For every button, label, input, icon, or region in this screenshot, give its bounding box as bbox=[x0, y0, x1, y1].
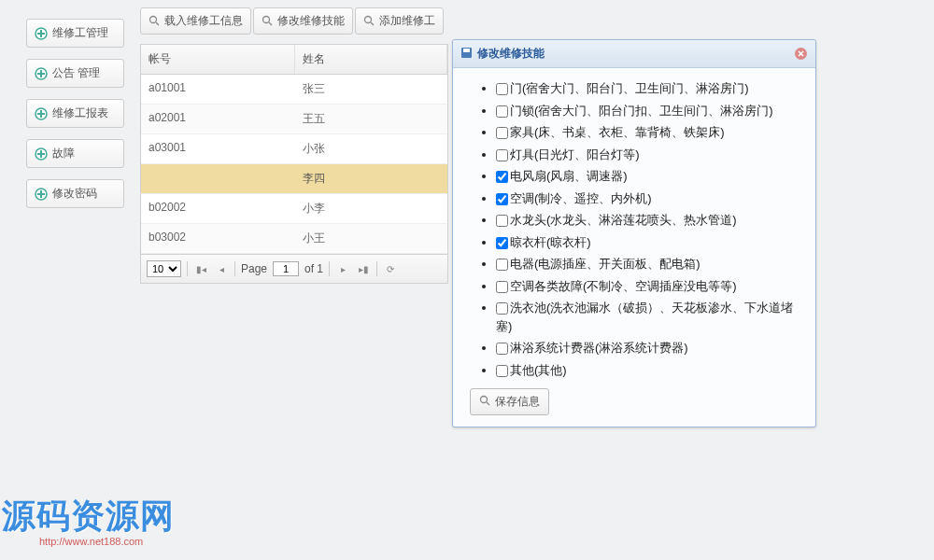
skill-item: 其他(其他) bbox=[496, 361, 799, 380]
plus-icon bbox=[35, 147, 48, 161]
svg-point-11 bbox=[481, 396, 488, 402]
skill-label: 空调(制冷、遥控、内外机) bbox=[510, 191, 652, 205]
skill-item: 门锁(宿舍大门、阳台门扣、卫生间门、淋浴房门) bbox=[496, 102, 799, 120]
sidebar-item-worker-mgmt[interactable]: 维修工管理 bbox=[26, 19, 124, 48]
first-page-button[interactable]: ▮◂ bbox=[193, 261, 208, 276]
sidebar-item-notice-mgmt[interactable]: 公告 管理 bbox=[26, 59, 124, 88]
skill-label: 晾衣杆(晾衣杆) bbox=[510, 235, 591, 249]
skill-label: 电器(电源插座、开关面板、配电箱) bbox=[510, 257, 700, 271]
plus-icon bbox=[35, 107, 48, 120]
skill-item: 晾衣杆(晾衣杆) bbox=[496, 233, 799, 252]
svg-point-5 bbox=[150, 17, 157, 23]
skill-item: 空调(制冷、遥控、内外机) bbox=[496, 189, 799, 208]
watermark: 源码资源网 http://www.net188.com bbox=[2, 494, 175, 547]
dialog-body: 门(宿舍大门、阳台门、卫生间门、淋浴房门)门锁(宿舍大门、阳台门扣、卫生间门、淋… bbox=[453, 68, 815, 427]
dialog-header: 修改维修技能 bbox=[453, 40, 815, 68]
skill-label: 淋浴系统计费器(淋浴系统计费器) bbox=[510, 341, 688, 355]
watermark-text: 源码资源网 bbox=[2, 494, 175, 539]
page-size-select[interactable]: 10 bbox=[147, 260, 181, 277]
cell-name: 小张 bbox=[295, 134, 447, 163]
sidebar-item-label: 维修工管理 bbox=[52, 25, 108, 41]
dialog-title: 修改维修技能 bbox=[477, 46, 545, 62]
skill-checkbox[interactable] bbox=[496, 281, 508, 293]
svg-rect-9 bbox=[463, 49, 470, 52]
svg-point-6 bbox=[263, 17, 270, 23]
svg-point-7 bbox=[365, 17, 372, 23]
cell-name: 王五 bbox=[295, 105, 447, 133]
skill-item: 电风扇(风扇、调速器) bbox=[496, 167, 799, 186]
skill-label: 水龙头(水龙头、淋浴莲花喷头、热水管道) bbox=[510, 213, 737, 227]
close-button[interactable] bbox=[794, 47, 808, 61]
search-icon bbox=[363, 15, 375, 27]
cell-account bbox=[141, 164, 295, 193]
sidebar-item-change-password[interactable]: 修改密码 bbox=[26, 179, 124, 208]
skill-item: 灯具(日光灯、阳台灯等) bbox=[496, 146, 799, 164]
save-icon bbox=[460, 47, 473, 62]
table-row[interactable]: a01001张三 bbox=[141, 75, 447, 105]
column-name[interactable]: 姓名 bbox=[295, 45, 447, 74]
skill-label: 家具(床、书桌、衣柜、靠背椅、铁架床) bbox=[510, 125, 725, 139]
save-button[interactable]: 保存信息 bbox=[470, 388, 549, 415]
page-input[interactable] bbox=[273, 261, 299, 276]
main-panel: 载入维修工信息 修改维修技能 添加维修工 帐号 姓名 a01001张三a0200… bbox=[140, 7, 448, 284]
table-row[interactable]: 李四 bbox=[141, 164, 447, 194]
pager: 10 ▮◂ ◂ Page of 1 ▸ ▸▮ ⟳ bbox=[141, 254, 447, 283]
tab-load-worker-info[interactable]: 载入维修工信息 bbox=[140, 7, 251, 35]
skill-checkbox[interactable] bbox=[496, 365, 508, 377]
edit-skills-dialog: 修改维修技能 门(宿舍大门、阳台门、卫生间门、淋浴房门)门锁(宿舍大门、阳台门扣… bbox=[452, 39, 816, 427]
sidebar-item-fault[interactable]: 故障 bbox=[26, 139, 124, 168]
cell-account: a02001 bbox=[141, 105, 295, 133]
skill-checkbox[interactable] bbox=[496, 83, 508, 95]
tab-label: 修改维修技能 bbox=[277, 13, 345, 29]
skill-checkbox[interactable] bbox=[496, 215, 508, 227]
plus-icon bbox=[35, 67, 48, 80]
page-of-label: of 1 bbox=[304, 262, 323, 275]
tab-label: 载入维修工信息 bbox=[164, 13, 243, 29]
sidebar-item-worker-report[interactable]: 维修工报表 bbox=[26, 99, 124, 128]
last-page-button[interactable]: ▸▮ bbox=[356, 261, 371, 276]
cell-name: 李四 bbox=[295, 164, 447, 193]
skill-checkbox[interactable] bbox=[496, 127, 508, 139]
sidebar-item-label: 修改密码 bbox=[52, 186, 97, 202]
skill-checkbox[interactable] bbox=[496, 343, 508, 355]
sidebar-item-label: 故障 bbox=[52, 146, 75, 161]
skill-checkbox[interactable] bbox=[496, 237, 508, 249]
search-icon bbox=[479, 395, 491, 410]
prev-page-button[interactable]: ◂ bbox=[214, 261, 229, 276]
tab-add-worker[interactable]: 添加维修工 bbox=[355, 7, 444, 35]
skill-checkbox[interactable] bbox=[496, 193, 508, 205]
skill-list: 门(宿舍大门、阳台门、卫生间门、淋浴房门)门锁(宿舍大门、阳台门扣、卫生间门、淋… bbox=[470, 79, 799, 379]
skill-checkbox[interactable] bbox=[496, 105, 508, 118]
cell-account: a01001 bbox=[141, 75, 295, 104]
skill-label: 电风扇(风扇、调速器) bbox=[510, 169, 628, 183]
table-row[interactable]: a02001王五 bbox=[141, 105, 447, 134]
skill-item: 水龙头(水龙头、淋浴莲花喷头、热水管道) bbox=[496, 211, 799, 230]
skill-checkbox[interactable] bbox=[496, 302, 508, 315]
column-account[interactable]: 帐号 bbox=[141, 45, 295, 74]
grid-header: 帐号 姓名 bbox=[141, 45, 447, 75]
skill-checkbox[interactable] bbox=[496, 259, 508, 271]
tab-edit-skills[interactable]: 修改维修技能 bbox=[253, 7, 353, 35]
skill-item: 空调各类故障(不制冷、空调插座没电等等) bbox=[496, 277, 799, 296]
skill-label: 其他(其他) bbox=[510, 363, 567, 377]
cell-name: 小李 bbox=[295, 194, 447, 223]
table-row[interactable]: b02002小李 bbox=[141, 194, 447, 224]
skill-label: 门(宿舍大门、阳台门、卫生间门、淋浴房门) bbox=[510, 81, 749, 95]
skill-checkbox[interactable] bbox=[496, 171, 508, 183]
page-label: Page bbox=[241, 262, 267, 275]
table-row[interactable]: b03002小王 bbox=[141, 224, 447, 254]
skill-label: 空调各类故障(不制冷、空调插座没电等等) bbox=[510, 279, 737, 293]
refresh-button[interactable]: ⟳ bbox=[383, 261, 398, 276]
skill-checkbox[interactable] bbox=[496, 149, 508, 161]
pager-sep bbox=[376, 261, 377, 276]
cell-account: b03002 bbox=[141, 224, 295, 253]
sidebar-item-label: 公告 管理 bbox=[52, 65, 100, 81]
save-button-label: 保存信息 bbox=[495, 394, 540, 410]
cell-account: b02002 bbox=[141, 194, 295, 223]
next-page-button[interactable]: ▸ bbox=[335, 261, 350, 276]
pager-sep bbox=[234, 261, 235, 276]
skill-item: 洗衣池(洗衣池漏水（破损）、天花板渗水、下水道堵塞) bbox=[496, 299, 799, 335]
table-row[interactable]: a03001小张 bbox=[141, 134, 447, 164]
skill-item: 电器(电源插座、开关面板、配电箱) bbox=[496, 255, 799, 273]
cell-account: a03001 bbox=[141, 134, 295, 163]
